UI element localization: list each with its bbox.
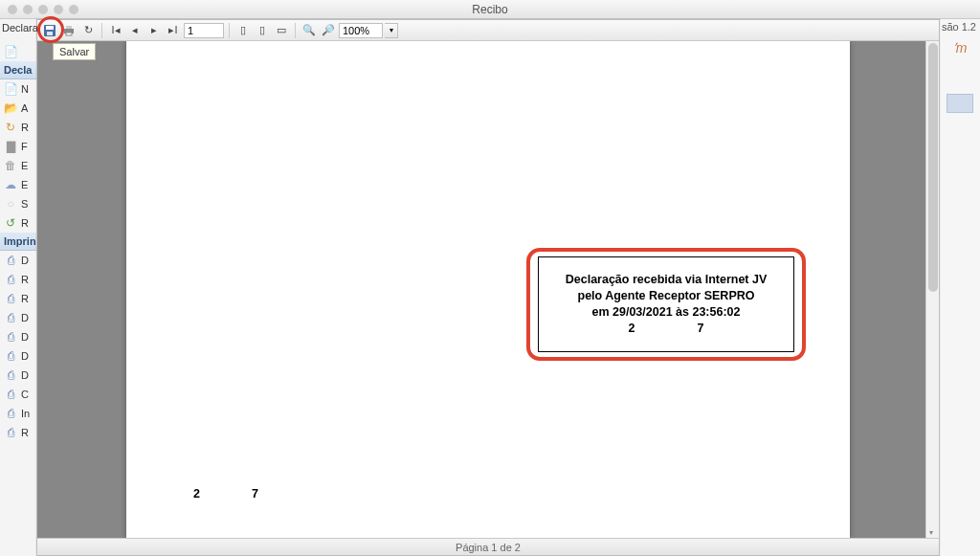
sidebar-item-label: R — [21, 427, 29, 438]
sidebar-item-label: D — [21, 369, 29, 381]
printer-icon: ⎙ — [4, 292, 17, 305]
refresh-icon: ↻ — [4, 121, 17, 134]
sidebar-item[interactable]: ⎙D — [0, 308, 37, 327]
status-text: Página 1 de 2 — [456, 542, 521, 553]
receipt-code-b: 7 — [697, 322, 703, 335]
last-page-button[interactable]: ▸I — [165, 22, 182, 39]
sidebar-toolbar-item[interactable]: 📄 — [0, 42, 37, 61]
sidebar-item-label: R — [21, 293, 29, 304]
zoom-out-icon: 🔎 — [322, 24, 335, 36]
scrollbar-thumb[interactable] — [928, 43, 938, 292]
fit-width-button[interactable]: ▭ — [273, 22, 290, 39]
sidebar-item[interactable]: ⎙R — [0, 289, 37, 308]
sidebar-item-label: E — [21, 179, 28, 190]
printer-icon: ⎙ — [4, 330, 17, 344]
sidebar-item[interactable]: ⎙D — [0, 366, 37, 385]
sidebar-item-label: In — [21, 408, 30, 419]
sidebar-peek-label: Declara — [2, 22, 38, 33]
sidebar-item[interactable]: ⎙In — [0, 404, 37, 423]
prev-page-button[interactable]: ◂ — [126, 22, 144, 39]
svg-rect-1 — [46, 26, 54, 30]
actual-size-button[interactable]: ▯ — [234, 22, 252, 39]
zoom-dropdown-button[interactable]: ▾ — [385, 23, 398, 38]
sidebar-item-label: F — [21, 141, 28, 152]
window-title: Recibo — [0, 3, 980, 16]
cloud-icon: ☁ — [4, 178, 17, 191]
sidebar-item-label: D — [21, 312, 29, 323]
sidebar-item-label: R — [21, 122, 29, 133]
sidebar-item[interactable]: ⎙D — [0, 346, 37, 366]
zoom-in-icon: 🔍 — [302, 24, 316, 36]
sidebar-item-label: E — [21, 160, 28, 171]
sidebar-item-label: S — [21, 198, 28, 210]
toolbar-separator — [295, 23, 296, 38]
sidebar-item[interactable]: ⎙C — [0, 385, 37, 404]
sidebar-item-label: C — [21, 389, 29, 400]
app-version-label: são 1.2 — [942, 21, 976, 33]
sidebar-item[interactable]: ⎙D — [0, 251, 37, 270]
sidebar-item[interactable]: ↺R — [0, 213, 37, 233]
reload-button[interactable]: ↻ — [79, 22, 97, 39]
save-tooltip: Salvar — [53, 43, 96, 60]
page-footer-numbers: 27 — [193, 487, 258, 500]
left-sidebar: 📄 Decla 📄N 📂A ↻R ▇F 🗑E ☁E ○S ↺R Imprin ⎙… — [0, 19, 38, 556]
fit-width-icon: ▭ — [277, 24, 286, 36]
folder-icon: ▇ — [4, 140, 17, 153]
printer-icon: ⎙ — [4, 426, 17, 439]
next-page-icon: ▸ — [151, 24, 157, 36]
sidebar-item-label: R — [21, 274, 29, 285]
sidebar-item[interactable]: ⎙D — [0, 327, 37, 346]
trash-icon: 🗑 — [4, 159, 17, 172]
sidebar-item[interactable]: ☁E — [0, 175, 37, 194]
receipt-line2: pelo Agente Receptor SERPRO — [578, 288, 755, 304]
last-page-icon: ▸I — [168, 24, 177, 36]
right-side-panel: ʼm — [938, 19, 980, 556]
sidebar-item[interactable]: 📄N — [0, 79, 37, 99]
fit-page-button[interactable]: ▯ — [254, 22, 271, 39]
sidebar-group-header: Decla — [0, 61, 37, 79]
sidebar-item[interactable]: 📂A — [0, 99, 37, 118]
save-button[interactable] — [41, 22, 58, 39]
svg-rect-5 — [66, 33, 72, 35]
first-page-icon: I◂ — [111, 24, 120, 36]
sync-icon: ○ — [4, 197, 17, 211]
report-viewer-window: ↻ I◂ ◂ ▸ ▸I ▯ ▯ ▭ 🔍 🔎 100% ▾ Salvar Decl… — [36, 19, 940, 556]
toolbar-separator — [229, 23, 230, 38]
zoom-in-button[interactable]: 🔍 — [301, 22, 318, 39]
zoom-out-button[interactable]: 🔎 — [320, 22, 337, 39]
folder-open-icon: 📂 — [4, 101, 17, 115]
save-icon — [43, 24, 56, 37]
logo-m-icon: ʼm — [952, 40, 968, 56]
reload-icon: ↻ — [84, 24, 93, 36]
printer-icon: ⎙ — [4, 311, 17, 324]
sidebar-item[interactable]: ○S — [0, 194, 37, 213]
sidebar-item[interactable]: ⎙R — [0, 270, 37, 289]
footer-num-b: 7 — [252, 487, 258, 500]
receipt-code-a: 2 — [629, 322, 635, 335]
first-page-button[interactable]: I◂ — [107, 22, 124, 39]
next-page-button[interactable]: ▸ — [145, 22, 163, 39]
sidebar-item[interactable]: ↻R — [0, 118, 37, 137]
window-titlebar: Recibo — [0, 0, 980, 19]
sidebar-item[interactable]: 🗑E — [0, 156, 37, 175]
vertical-scrollbar[interactable]: ▾ — [925, 41, 939, 538]
panel-placeholder-icon — [947, 94, 973, 113]
printer-icon: ⎙ — [4, 254, 17, 267]
status-bar: Página 1 de 2 — [37, 538, 939, 555]
print-button[interactable] — [60, 22, 78, 39]
printer-icon: ⎙ — [4, 407, 17, 420]
page-number-input[interactable] — [184, 23, 224, 38]
zoom-level-field[interactable]: 100% — [339, 23, 383, 38]
printer-icon: ⎙ — [4, 349, 17, 363]
receipt-line1: Declaração recebida via Internet JV — [566, 272, 768, 288]
document-page: Declaração recebida via Internet JV pelo… — [126, 41, 850, 538]
toolbar-separator — [101, 23, 102, 38]
page-viewport[interactable]: Declaração recebida via Internet JV pelo… — [37, 41, 939, 538]
scroll-down-icon[interactable]: ▾ — [929, 528, 933, 537]
printer-icon: ⎙ — [4, 368, 17, 382]
sidebar-item[interactable]: ▇F — [0, 137, 37, 156]
receipt-codes: 2 7 — [629, 321, 704, 337]
sidebar-item[interactable]: ⎙R — [0, 423, 37, 442]
svg-rect-2 — [47, 32, 53, 35]
file-icon: 📄 — [4, 82, 17, 96]
